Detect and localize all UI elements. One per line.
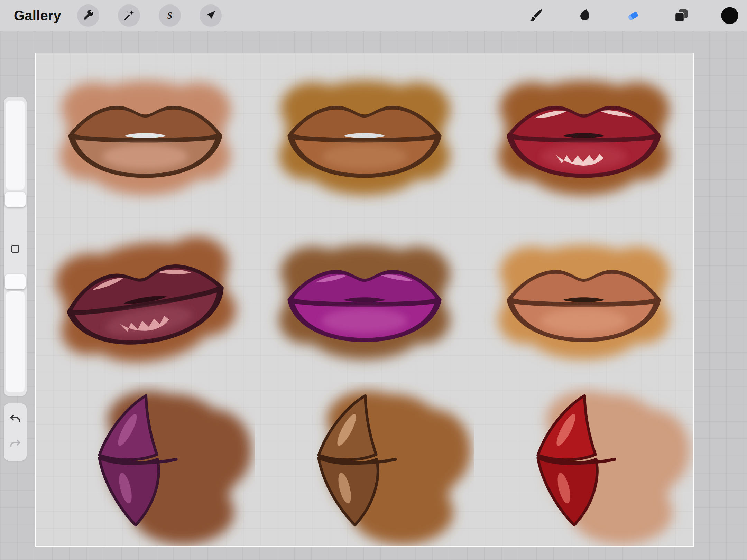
transform-button[interactable]	[200, 4, 222, 27]
drawing-canvas[interactable]	[35, 53, 694, 547]
lip-illustration	[474, 382, 693, 546]
lip-illustration	[36, 53, 255, 217]
eraser-tool-button[interactable]	[622, 4, 644, 27]
lip-grid	[36, 53, 693, 546]
layers-icon	[673, 7, 690, 24]
lip-painting-row-1-col-3	[474, 53, 693, 217]
color-circle-icon	[720, 6, 739, 25]
lip-painting-row-2-col-3	[474, 217, 693, 382]
lip-illustration	[474, 53, 693, 217]
lip-illustration	[255, 217, 474, 382]
redo-button[interactable]	[6, 436, 24, 454]
lip-painting-row-2-col-1	[36, 217, 255, 382]
smudge-tool-button[interactable]	[573, 4, 596, 27]
lip-illustration	[474, 217, 693, 382]
svg-text:S: S	[167, 10, 173, 21]
redo-arrow-icon	[8, 438, 22, 451]
lip-painting-row-3-col-3	[474, 382, 693, 546]
opacity-slider[interactable]	[6, 291, 25, 392]
lip-painting-row-3-col-1	[36, 382, 255, 546]
lip-painting-row-1-col-1	[36, 53, 255, 217]
sidebar-undo-panel	[4, 403, 27, 461]
actions-button[interactable]	[77, 4, 99, 27]
undo-arrow-icon	[8, 413, 22, 427]
lip-painting-row-3-col-2	[255, 382, 474, 546]
wrench-icon	[82, 9, 95, 22]
brush-size-handle[interactable]	[5, 192, 26, 207]
lip-painting-row-1-col-2	[255, 53, 474, 217]
lip-painting-row-2-col-2	[255, 217, 474, 382]
brush-icon	[528, 7, 544, 24]
eraser-icon	[625, 7, 641, 24]
lip-illustration	[255, 382, 474, 546]
lip-illustration	[36, 217, 255, 382]
selection-button[interactable]: S	[159, 4, 181, 27]
sidebar-slider-panel	[4, 97, 27, 396]
lip-illustration	[36, 382, 255, 546]
procreate-window: Gallery S	[0, 0, 747, 560]
opacity-handle[interactable]	[5, 274, 26, 289]
brush-size-slider[interactable]	[6, 101, 25, 190]
selection-s-icon: S	[163, 9, 176, 22]
undo-button[interactable]	[6, 411, 24, 429]
modify-button[interactable]	[7, 241, 23, 257]
modify-square-icon	[9, 243, 21, 255]
adjustments-button[interactable]	[118, 4, 140, 27]
color-swatch-button[interactable]	[719, 4, 741, 27]
transform-arrow-icon	[204, 9, 217, 22]
lip-illustration	[255, 53, 474, 217]
smudge-icon	[576, 7, 593, 24]
top-toolbar: Gallery S	[0, 0, 747, 31]
left-tool-group: S	[77, 4, 222, 27]
right-tool-group	[525, 4, 741, 27]
gallery-button[interactable]: Gallery	[14, 8, 61, 24]
magic-wand-icon	[122, 9, 136, 22]
layers-button[interactable]	[670, 4, 692, 27]
paint-tool-button[interactable]	[525, 4, 547, 27]
